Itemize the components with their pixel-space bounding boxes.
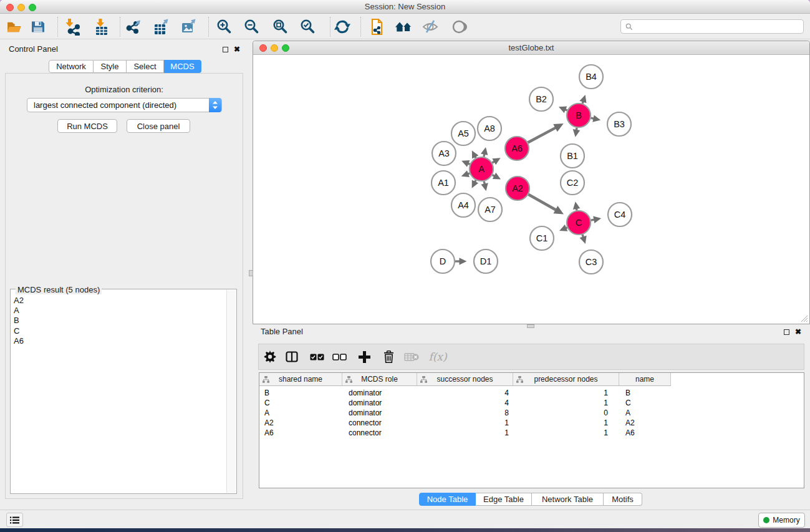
- graph-edge-arrowhead: [593, 216, 601, 223]
- export-network-button[interactable]: [125, 18, 143, 36]
- mcds-result-list[interactable]: A2 A B C A6: [11, 290, 226, 493]
- tab-node-table[interactable]: Node Table: [419, 493, 476, 506]
- control-panel-float-icon[interactable]: [223, 47, 228, 52]
- table-tabs: Node Table Edge Table Network Table Moti…: [419, 493, 642, 506]
- resize-grip-icon[interactable]: [801, 315, 808, 322]
- list-item: A: [14, 306, 226, 316]
- memory-button[interactable]: Memory: [758, 513, 805, 528]
- graph-edge-arrowhead: [481, 147, 488, 155]
- tab-edge-table[interactable]: Edge Table: [476, 493, 532, 506]
- network-document-button[interactable]: [368, 18, 385, 36]
- tab-motifs[interactable]: Motifs: [604, 493, 642, 506]
- toolbar-separator: [208, 17, 209, 37]
- control-panel-close-icon[interactable]: ✖: [234, 46, 240, 53]
- graph-edge-A2-C[interactable]: [528, 195, 556, 210]
- node-table: shared name MCDS role successor nodes pr…: [259, 372, 804, 488]
- open-file-button[interactable]: [5, 18, 22, 36]
- vertical-splitter-handle[interactable]: [249, 270, 253, 276]
- table-toolbar: f(x): [258, 344, 804, 370]
- table-settings-button[interactable]: [263, 344, 277, 369]
- tab-select[interactable]: Select: [127, 60, 164, 73]
- list-item: C: [14, 326, 226, 336]
- export-network-icon: [125, 18, 143, 36]
- optimization-criterion-select[interactable]: largest connected component (directed): [27, 98, 222, 112]
- column-type-icon: [263, 376, 269, 383]
- zoom-in-button[interactable]: [216, 18, 233, 36]
- refresh-button[interactable]: [334, 18, 351, 36]
- table-row[interactable]: Adominator80A: [259, 408, 804, 418]
- delete-column-button[interactable]: [403, 344, 420, 369]
- function-builder-button[interactable]: f(x): [428, 344, 447, 369]
- window-title: Session: New Session: [0, 0, 810, 14]
- zoom-selected-icon: [299, 18, 317, 36]
- graph-edge-arrowhead: [573, 129, 580, 137]
- graph-node-label: B3: [614, 119, 625, 129]
- control-panel-tabs: Network Style Select MCDS: [49, 60, 201, 73]
- add-button[interactable]: [357, 344, 372, 369]
- zoom-out-button[interactable]: [243, 18, 261, 36]
- table-row[interactable]: Bdominator41B: [259, 388, 804, 398]
- table-row[interactable]: Cdominator41C: [259, 398, 804, 408]
- column-header-successor-nodes[interactable]: successor nodes: [417, 373, 513, 385]
- table-row[interactable]: A6connector11A6: [259, 428, 804, 438]
- hide-details-icon: [422, 18, 439, 36]
- run-mcds-button[interactable]: Run MCDS: [57, 119, 117, 133]
- toolbar-separator: [57, 17, 58, 37]
- column-header-mcds-role[interactable]: MCDS role: [342, 373, 417, 385]
- import-table-button[interactable]: [93, 18, 110, 36]
- table-panel-float-icon[interactable]: [784, 329, 789, 335]
- unselect-all-button[interactable]: [331, 344, 347, 369]
- hide-details-button[interactable]: [422, 18, 439, 36]
- zoom-selected-button[interactable]: [299, 18, 317, 36]
- graph-svg[interactable]: AA1A2A3A4A5A6A7A8BB1B2B3B4CC1C2C3C4DD1: [253, 56, 809, 324]
- table-panel-close-icon[interactable]: ✖: [795, 328, 801, 336]
- export-image-button[interactable]: [180, 18, 198, 36]
- import-network-button[interactable]: [63, 18, 80, 36]
- list-item: A2: [14, 296, 226, 306]
- import-table-icon: [93, 18, 110, 36]
- column-header-name[interactable]: name: [619, 373, 671, 385]
- column-header-shared-name[interactable]: shared name: [259, 373, 342, 385]
- toolbar-separator: [360, 17, 361, 37]
- splitter-handle[interactable]: [527, 324, 534, 328]
- memory-label: Memory: [773, 516, 799, 525]
- column-header-predecessor-nodes[interactable]: predecessor nodes: [513, 373, 619, 385]
- list-item: B: [14, 316, 226, 326]
- zoom-out-icon: [243, 18, 261, 36]
- graph-edge-A6-B[interactable]: [528, 127, 557, 142]
- zoom-fit-button[interactable]: [272, 18, 289, 36]
- export-image-icon: [180, 18, 198, 36]
- network-document-icon: [368, 18, 385, 36]
- save-session-button[interactable]: [29, 18, 47, 36]
- home-button[interactable]: [395, 18, 412, 36]
- toolbar-separator: [120, 17, 120, 37]
- delete-button[interactable]: [381, 344, 396, 369]
- graph-node-label: A: [478, 164, 485, 174]
- close-panel-button[interactable]: Close panel: [127, 119, 190, 133]
- tab-network-table[interactable]: Network Table: [532, 493, 604, 506]
- table-row[interactable]: A2connector11A2: [259, 418, 804, 428]
- network-window-titlebar: testGlobe.txt: [253, 41, 809, 55]
- tab-mcds[interactable]: MCDS: [164, 60, 201, 73]
- show-details-button[interactable]: [450, 18, 468, 36]
- tab-style[interactable]: Style: [94, 60, 127, 73]
- graph-node-label: A1: [438, 178, 449, 188]
- select-all-button[interactable]: [309, 344, 325, 369]
- tab-network[interactable]: Network: [49, 60, 94, 73]
- graph-node-label: B2: [536, 94, 547, 104]
- list-scrollbar[interactable]: [226, 290, 236, 493]
- delete-column-icon: [404, 352, 419, 362]
- show-panels-button[interactable]: [6, 513, 23, 527]
- unselect-all-icon: [332, 354, 347, 360]
- gear-icon: [264, 351, 276, 363]
- search-input[interactable]: [620, 19, 804, 34]
- export-table-button[interactable]: [153, 18, 170, 36]
- graph-node-label: D1: [480, 256, 492, 266]
- show-column-button[interactable]: [284, 344, 299, 369]
- mcds-result-group: MCDS result (5 nodes) A2 A B C A6: [10, 289, 237, 494]
- graph-node-label: A7: [485, 205, 496, 215]
- network-window: testGlobe.txt AA1A2A3A4A5A6A7A8BB1B2B3B4…: [253, 41, 810, 324]
- show-details-icon: [450, 18, 468, 36]
- graph-node-label: A6: [511, 143, 523, 153]
- column-type-icon: [420, 376, 427, 383]
